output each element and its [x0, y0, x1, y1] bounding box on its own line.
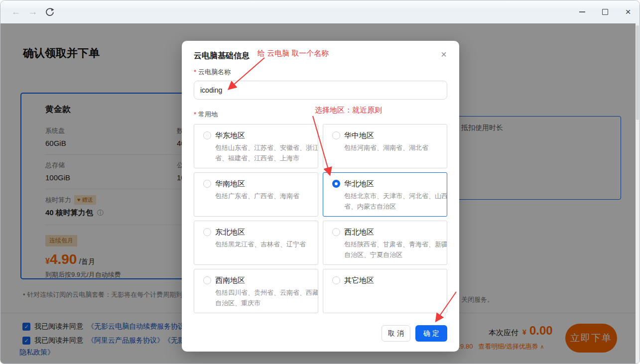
radio-icon[interactable] [332, 180, 340, 188]
forward-icon[interactable]: → [24, 6, 41, 17]
confirm-button[interactable]: 确 定 [415, 325, 447, 342]
region-body: 东北地区 包括黑龙江省、吉林省、辽宁省 [215, 228, 318, 249]
reload-icon[interactable] [41, 7, 58, 17]
region-grid: 华东地区 包括山东省、江苏省、安徽省、浙江省、福建省、江西省、上海市 华中地区 … [194, 124, 447, 313]
radio-icon[interactable] [332, 228, 340, 236]
region-name: 华东地区 [215, 131, 318, 140]
region-name: 西北地区 [344, 228, 447, 237]
browser-window: ← → × 确认领取并下单 黄金款 系统盘 60GiB 总存储 100GiB [0, 0, 640, 364]
minimize-button[interactable] [571, 0, 594, 23]
cloud-pc-name-input[interactable] [194, 81, 447, 100]
region-desc: 包括黑龙江省、吉林省、辽宁省 [215, 239, 318, 249]
region-body: 华中地区 包括河南省、湖南省、湖北省 [344, 131, 447, 153]
region-name: 西南地区 [215, 276, 318, 285]
region-name: 东北地区 [215, 228, 318, 237]
region-body: 西北地区 包括陕西省、甘肃省、青海省、新疆自治区、宁夏自治区 [344, 228, 447, 260]
region-name: 华中地区 [344, 131, 447, 140]
required-mark: * [194, 68, 196, 76]
radio-icon[interactable] [203, 131, 211, 139]
cloud-pc-info-dialog: 云电脑基础信息 × 给 云电脑 取一个名称 选择地区：就近原则 *云电脑名称 *… [182, 41, 459, 352]
region-body: 其它地区 [344, 276, 374, 285]
region-desc: 包括广东省、广西省、海南省 [215, 191, 318, 201]
region-option[interactable]: 华北地区 包括北京市、天津市、河北省、山西省、内蒙古自治区 [323, 172, 447, 217]
region-option[interactable]: 东北地区 包括黑龙江省、吉林省、辽宁省 [194, 221, 318, 265]
close-dialog-icon[interactable]: × [437, 48, 450, 61]
radio-icon[interactable] [203, 276, 211, 284]
region-body: 西南地区 包括四川省、贵州省、云南省、西藏自治区、重庆市 [215, 276, 318, 309]
region-option[interactable]: 华东地区 包括山东省、江苏省、安徽省、浙江省、福建省、江西省、上海市 [194, 124, 318, 168]
region-option[interactable]: 华中地区 包括河南省、湖南省、湖北省 [323, 124, 447, 168]
reload-glyph [45, 7, 55, 17]
page-scrollbar[interactable] [636, 23, 640, 364]
required-mark: * [194, 111, 196, 118]
region-body: 华南地区 包括广东省、广西省、海南省 [215, 179, 318, 201]
region-desc: 包括四川省、贵州省、云南省、西藏自治区、重庆市 [215, 287, 318, 309]
annotation-region-tip: 选择地区：就近原则 [315, 106, 382, 115]
region-name: 华南地区 [215, 179, 318, 189]
name-field-label: *云电脑名称 [194, 68, 447, 77]
browser-toolbar: ← → × [0, 0, 640, 23]
region-body: 华北地区 包括北京市、天津市、河北省、山西省、内蒙古自治区 [344, 179, 447, 212]
region-desc: 包括山东省、江苏省、安徽省、浙江省、福建省、江西省、上海市 [215, 142, 318, 164]
maximize-icon [602, 9, 608, 15]
region-desc: 包括北京市、天津市、河北省、山西省、内蒙古自治区 [344, 191, 447, 212]
region-option[interactable]: 华南地区 包括广东省、广西省、海南省 [194, 172, 318, 217]
scrollbar-thumb[interactable] [636, 25, 639, 120]
back-icon[interactable]: ← [7, 6, 24, 17]
radio-icon[interactable] [332, 276, 340, 284]
annotation-name-tip: 给 云电脑 取一个名称 [257, 49, 329, 58]
maximize-button[interactable] [594, 0, 617, 23]
region-desc: 包括陕西省、甘肃省、青海省、新疆自治区、宁夏自治区 [344, 239, 447, 260]
window-controls: × [571, 0, 640, 23]
minimize-icon [579, 11, 585, 12]
region-name: 其它地区 [344, 276, 374, 285]
region-desc: 包括河南省、湖南省、湖北省 [344, 142, 447, 153]
radio-icon[interactable] [203, 180, 211, 188]
region-option[interactable]: 其它地区 [323, 269, 447, 313]
region-name: 华北地区 [344, 179, 447, 189]
radio-icon[interactable] [332, 131, 340, 139]
region-option[interactable]: 西北地区 包括陕西省、甘肃省、青海省、新疆自治区、宁夏自治区 [323, 221, 447, 265]
dialog-footer: 取 消 确 定 [194, 325, 447, 342]
region-body: 华东地区 包括山东省、江苏省、安徽省、浙江省、福建省、江西省、上海市 [215, 131, 318, 164]
cancel-button[interactable]: 取 消 [382, 325, 410, 342]
radio-icon[interactable] [203, 228, 211, 236]
close-window-button[interactable]: × [617, 0, 640, 23]
region-option[interactable]: 西南地区 包括四川省、贵州省、云南省、西藏自治区、重庆市 [194, 269, 318, 313]
